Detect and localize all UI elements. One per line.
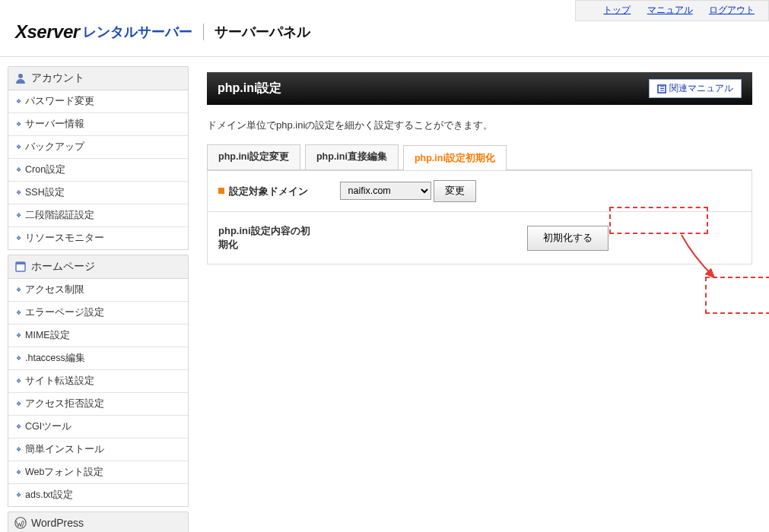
sidebar-link-deny[interactable]: アクセス拒否設定: [8, 393, 188, 415]
domain-label-cell: 設定対象ドメイン: [208, 171, 329, 212]
logo-rental: レンタルサーバー: [83, 23, 192, 41]
domain-select[interactable]: naifix.com: [340, 182, 431, 200]
bullet-icon: [218, 188, 224, 194]
sidebar-link-cgi[interactable]: CGIツール: [8, 416, 188, 438]
page-description: ドメイン単位でphp.iniの設定を細かく設定することができます。: [207, 119, 752, 132]
sidebar-item: 二段階認証設定: [8, 204, 188, 226]
tabs: php.ini設定変更 php.ini直接編集 php.ini設定初期化: [207, 144, 752, 170]
svg-point-0: [18, 74, 23, 78]
page-title: php.ini設定: [218, 81, 281, 97]
reset-button[interactable]: 初期化する: [527, 226, 609, 251]
sidebar-item: バックアップ: [8, 135, 188, 158]
link-top[interactable]: トップ: [603, 5, 631, 15]
reset-button-cell: 初期化する: [329, 212, 752, 264]
annotation-highlight-button: [705, 277, 769, 314]
sidebar-item: Webフォント設定: [8, 461, 188, 483]
link-manual[interactable]: マニュアル: [647, 5, 693, 15]
reset-label: php.ini設定内容の初期化: [208, 212, 329, 264]
sidebar-item: SSH設定: [8, 181, 188, 204]
sidebar-item: サイト転送設定: [8, 369, 188, 392]
sidebar-link-access[interactable]: アクセス制限: [8, 279, 188, 301]
sidebar-link-serverinfo[interactable]: サーバー情報: [8, 113, 188, 135]
main-content: php.ini設定 関連マニュアル ドメイン単位でphp.iniの設定を細かく設…: [189, 57, 769, 532]
sidebar-link-webfont[interactable]: Webフォント設定: [8, 461, 188, 483]
sidebar-link-adstxt[interactable]: ads.txt設定: [8, 484, 188, 506]
page-title-bar: php.ini設定 関連マニュアル: [207, 72, 752, 105]
sidebar-item: パスワード変更: [8, 90, 188, 112]
link-logout[interactable]: ログアウト: [709, 5, 755, 15]
user-icon: [14, 72, 27, 84]
sidebar-section-label: ホームページ: [31, 260, 95, 274]
sidebar-link-errorpage[interactable]: エラーページ設定: [8, 302, 188, 324]
domain-label: 設定対象ドメイン: [229, 185, 308, 197]
logo-xserver: Xserver: [15, 21, 80, 43]
page-icon: [14, 261, 27, 273]
sidebar-link-mime[interactable]: MIME設定: [8, 325, 188, 347]
sidebar-item: CGIツール: [8, 415, 188, 438]
sidebar-list-homepage: アクセス制限 エラーページ設定 MIME設定 .htaccess編集 サイト転送…: [8, 279, 189, 507]
sidebar-list-account: パスワード変更 サーバー情報 バックアップ Cron設定 SSH設定 二段階認証…: [8, 90, 189, 250]
sidebar-item: Cron設定: [8, 158, 188, 181]
sidebar-link-htaccess[interactable]: .htaccess編集: [8, 347, 188, 369]
sidebar-section-account: アカウント: [8, 66, 189, 90]
sidebar-section-wordpress: WordPress: [8, 511, 189, 532]
sidebar-item: エラーページ設定: [8, 301, 188, 324]
tab-phpini-change[interactable]: php.ini設定変更: [207, 144, 300, 169]
sidebar-item: ads.txt設定: [8, 483, 188, 506]
book-icon: [657, 84, 666, 93]
sidebar-item: アクセス制限: [8, 279, 188, 301]
divider: [203, 24, 204, 40]
domain-row: 設定対象ドメイン naifix.com 変更: [208, 171, 752, 212]
sidebar-link-cron[interactable]: Cron設定: [8, 159, 188, 181]
sidebar-section-label: アカウント: [31, 71, 84, 85]
sidebar-item: アクセス拒否設定: [8, 392, 188, 415]
reset-row: php.ini設定内容の初期化 初期化する: [208, 212, 752, 264]
sidebar-link-2fa[interactable]: 二段階認証設定: [8, 204, 188, 226]
sidebar-link-backup[interactable]: バックアップ: [8, 136, 188, 158]
settings-table: 設定対象ドメイン naifix.com 変更 php.ini設定内容の初期化 初…: [207, 170, 752, 264]
sidebar-link-password[interactable]: パスワード変更: [8, 90, 188, 112]
sidebar: アカウント パスワード変更 サーバー情報 バックアップ Cron設定 SSH設定…: [0, 57, 189, 532]
wordpress-icon: [14, 517, 27, 529]
tab-phpini-direct[interactable]: php.ini直接編集: [305, 144, 399, 169]
related-manual-button[interactable]: 関連マニュアル: [649, 79, 742, 98]
sidebar-section-homepage: ホームページ: [8, 255, 189, 279]
tab-phpini-reset[interactable]: php.ini設定初期化: [403, 145, 507, 170]
sidebar-item: .htaccess編集: [8, 347, 188, 369]
sidebar-section-label: WordPress: [31, 517, 84, 529]
svg-rect-2: [16, 262, 25, 264]
change-button[interactable]: 変更: [434, 180, 476, 202]
domain-control-cell: naifix.com 変更: [329, 171, 752, 212]
related-manual-label: 関連マニュアル: [669, 82, 733, 95]
sidebar-item: サーバー情報: [8, 112, 188, 135]
sidebar-link-ssh[interactable]: SSH設定: [8, 182, 188, 204]
panel-title: サーバーパネル: [214, 23, 310, 41]
top-links: トップ マニュアル ログアウト: [575, 0, 769, 21]
sidebar-item: MIME設定: [8, 324, 188, 347]
sidebar-item: リソースモニター: [8, 226, 188, 249]
sidebar-item: 簡単インストール: [8, 438, 188, 461]
sidebar-link-resource[interactable]: リソースモニター: [8, 227, 188, 249]
sidebar-link-install[interactable]: 簡単インストール: [8, 439, 188, 461]
sidebar-link-redirect[interactable]: サイト転送設定: [8, 370, 188, 392]
